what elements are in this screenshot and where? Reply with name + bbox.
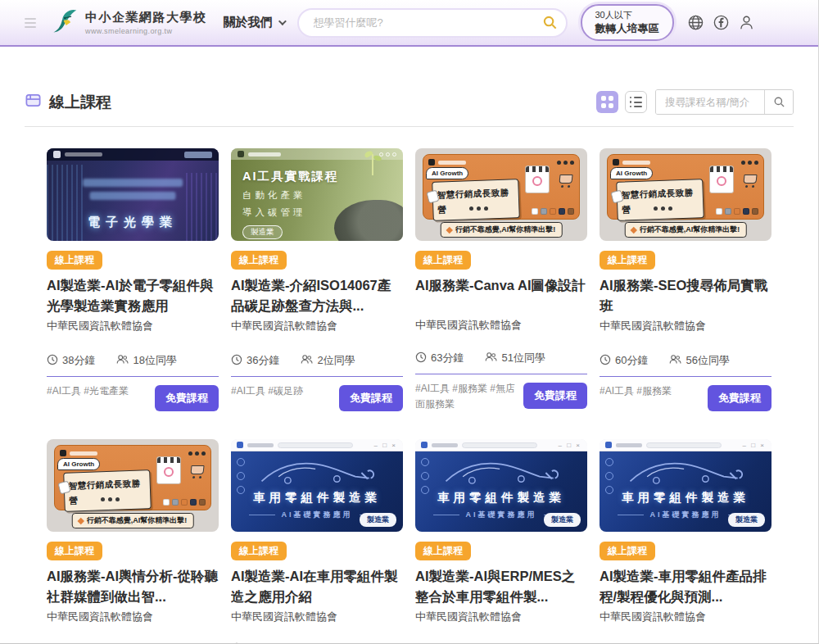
nav-about-menu[interactable]: 關於我們 [224, 15, 284, 30]
thumb-subcaption: AI基礎實務應用 [282, 510, 353, 520]
course-tags: #AI工具 #服務業 [600, 383, 703, 399]
course-title[interactable]: AI製造業-AI與ERP/MES之整合於車用零組件製... [415, 566, 587, 607]
card-divider [231, 376, 403, 377]
course-thumbnail[interactable]: AI工具實戰課程 自動化產業 導入碳管理 製造業 [231, 148, 403, 241]
card-divider [415, 374, 587, 374]
course-type-badge: 線上課程 [47, 251, 102, 270]
chevron-down-icon [278, 17, 286, 25]
free-course-button[interactable]: 免費課程 [155, 385, 219, 411]
thumb-industry-badge: 製造業 [728, 513, 765, 527]
clock-icon [47, 354, 58, 368]
ai-growth-bubble: AI Growth [57, 458, 100, 470]
facebook-icon[interactable] [713, 14, 730, 31]
course-card[interactable]: – □ × 車用零組件製造業 AI基礎實務應用 製造業 線上課程 AI [415, 439, 587, 644]
storefront-illustration [156, 456, 181, 484]
thumb-window: AI Growth 智慧行銷成長致勝營 [54, 445, 211, 510]
course-title[interactable]: AI服務業-AI輿情分析-從聆聽社群媒體到做出智... [47, 566, 219, 607]
ai-growth-bubble: AI Growth [426, 167, 468, 179]
page: 中小企業網路大學校 www.smelearning.org.tw 關於我們 30… [0, 0, 819, 644]
thumb-browser-bar: – □ × [415, 439, 587, 451]
course-card[interactable]: AI Growth 智慧行銷成長致勝營 行銷不靠感覺,AI幫你精準出擊! 線上課… [47, 439, 219, 644]
header-search-input[interactable] [312, 16, 536, 29]
course-card[interactable]: – □ × 車用零組件製造業 AI基礎實務應用 製造業 線上課程 AI [600, 439, 771, 644]
grid-view-toggle[interactable] [596, 91, 618, 113]
course-card[interactable]: – □ × 車用零組件製造業 AI基礎實務應用 製造業 線上課程 AI [231, 439, 403, 644]
thumb-browser-bar: – □ × [231, 439, 403, 451]
grid-view-icon [601, 96, 613, 108]
header-icons [687, 14, 755, 31]
course-title[interactable]: AI製造業-車用零組件產品排程/製程優化與預測... [600, 566, 771, 607]
course-meta: 64分鐘 29位同學 [231, 624, 403, 644]
clock-icon [231, 354, 242, 368]
course-card[interactable]: 電子光學業 線上課程 AI製造業-AI於電子零組件與光學製造業實務應用 中華民國… [47, 148, 219, 411]
thumb-window: AI Growth 智慧行銷成長致勝營 [607, 154, 764, 220]
course-provider: 中華民國資訊軟體協會 [600, 319, 771, 333]
course-card[interactable]: AI工具實戰課程 自動化產業 導入碳管理 製造業 線上課程 AI製造業-介紹IS… [231, 148, 403, 411]
menu-icon[interactable] [25, 18, 36, 28]
thumb-banner: 行銷不靠感覺,AI幫你精準出擊! [625, 222, 747, 238]
site-title: 中小企業網路大學校 [85, 10, 207, 25]
card-divider [47, 376, 219, 377]
section-title-label: 線上課程 [49, 92, 111, 113]
cart-icon [559, 175, 572, 184]
course-card[interactable]: AI Growth 智慧行銷成長致勝營 行銷不靠感覺,AI幫你精準出擊! 線上課… [600, 148, 771, 411]
search-icon[interactable] [542, 15, 558, 30]
globe-icon[interactable] [687, 14, 704, 31]
clock-icon [415, 351, 427, 365]
course-thumbnail[interactable]: AI Growth 智慧行銷成長致勝營 行銷不靠感覺,AI幫你精準出擊! [415, 148, 587, 241]
thumb-banner: 行銷不靠感覺,AI幫你精準出擊! [72, 513, 194, 528]
course-thumbnail[interactable]: – □ × 車用零組件製造業 AI基礎實務應用 製造業 [600, 439, 771, 532]
thumb-industry-badge: 製造業 [360, 513, 396, 527]
thumb-caption: 車用零組件製造業 [415, 490, 587, 506]
car-lineart [256, 456, 378, 489]
section-divider [25, 126, 794, 127]
course-thumbnail[interactable]: 電子光學業 [47, 148, 219, 241]
course-grid: 電子光學業 線上課程 AI製造業-AI於電子零組件與光學製造業實務應用 中華民國… [47, 148, 771, 644]
course-title[interactable]: AI製造業-介紹ISO14067產品碳足跡盤查方法與... [231, 275, 403, 316]
course-thumbnail[interactable]: AI Growth 智慧行銷成長致勝營 行銷不靠感覺,AI幫你精準出擊! [600, 148, 771, 241]
course-provider: 中華民國資訊軟體協會 [415, 318, 587, 333]
storefront-illustration [709, 166, 734, 193]
free-course-button[interactable]: 免費課程 [523, 383, 587, 409]
course-meta: 37分鐘 22位同學 [415, 627, 587, 644]
sprout-illustration [372, 154, 373, 175]
course-duration: 60分鐘 [615, 353, 648, 368]
course-type-badge: 線上課程 [231, 251, 287, 270]
course-thumbnail[interactable]: – □ × 車用零組件製造業 AI基礎實務應用 製造業 [231, 439, 403, 532]
course-search-input[interactable] [656, 90, 764, 114]
cart-icon [190, 465, 204, 474]
course-thumbnail[interactable]: AI Growth 智慧行銷成長致勝營 行銷不靠感覺,AI幫你精準出擊! [47, 439, 219, 532]
course-search-button[interactable] [764, 90, 793, 114]
thumb-subcaption: AI基礎實務應用 [650, 510, 722, 520]
course-title[interactable]: AI製造業-AI於電子零組件與光學製造業實務應用 [47, 275, 219, 316]
cart-icon [743, 175, 757, 184]
students-icon [669, 354, 681, 367]
course-title[interactable]: AI服務業-Canva AI圖像設計 [415, 275, 587, 315]
list-view-toggle[interactable] [625, 91, 647, 113]
course-duration: 36分鐘 [247, 353, 279, 368]
course-title[interactable]: AI製造業-AI在車用零組件製造之應用介紹 [231, 566, 403, 607]
thumb-caption: AI工具實戰課程 [242, 169, 339, 184]
course-provider: 中華民國資訊軟體協會 [47, 319, 219, 333]
free-course-button[interactable]: 免費課程 [339, 385, 403, 411]
site-logo[interactable]: 中小企業網路大學校 www.smelearning.org.tw [49, 7, 207, 39]
course-tags: #AI工具 #碳足跡 [231, 383, 334, 399]
course-type-badge: 線上課程 [231, 542, 287, 560]
courses-toolbar: 線上課程 [25, 89, 794, 115]
course-card[interactable]: AI Growth 智慧行銷成長致勝營 行銷不靠感覺,AI幫你精準出擊! 線上課… [415, 148, 587, 411]
free-course-button[interactable]: 免費課程 [708, 385, 771, 411]
thumb-caption: 電子光學業 [47, 215, 219, 230]
course-title[interactable]: AI服務業-SEO搜尋佈局實戰班 [600, 275, 771, 316]
user-icon[interactable] [738, 14, 755, 31]
course-meta: 36分鐘 2位同學 [231, 335, 403, 368]
card-divider [600, 376, 771, 377]
course-type-badge: 線上課程 [415, 251, 471, 270]
course-provider: 中華民國資訊軟體協會 [415, 610, 587, 624]
course-duration: 63分鐘 [431, 351, 464, 365]
students-icon [301, 354, 313, 367]
robot-hand-illustration [334, 200, 403, 241]
course-tags: #AI工具 #服務業 #無店面服務業 [415, 381, 518, 411]
digital-transform-zone-button[interactable]: 30人以下 數轉人培專區 [581, 4, 674, 41]
course-thumbnail[interactable]: – □ × 車用零組件製造業 AI基礎實務應用 製造業 [415, 439, 587, 532]
students-icon [485, 351, 497, 365]
